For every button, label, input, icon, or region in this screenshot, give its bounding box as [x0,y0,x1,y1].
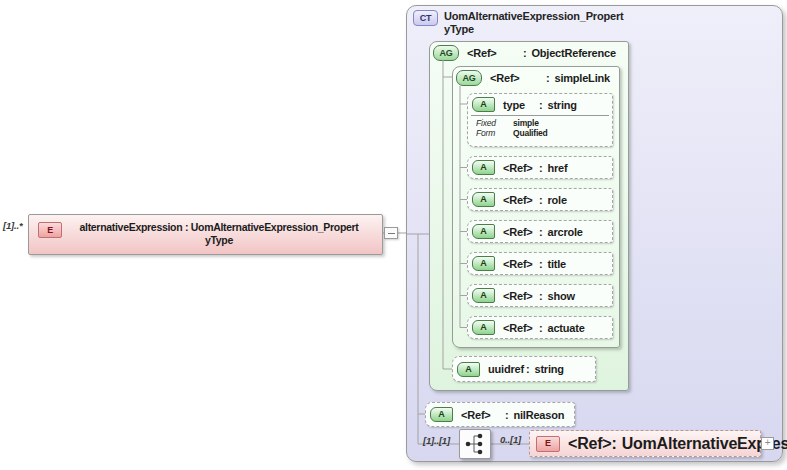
colon: : [611,435,616,453]
attribute-type-name: href [547,162,567,174]
colon: : [526,363,529,375]
attribute-badge: A [472,192,495,207]
colon: : [546,72,549,84]
schema-diagram: [1]..* E alternativeExpression : UomAlte… [0,0,787,470]
facet-label: Fixed [476,118,513,128]
group-type: simpleLink [554,72,609,84]
attribute-badge: A [472,288,495,303]
colon: : [539,226,542,238]
attribute-group-simplelink[interactable]: AG <Ref> : simpleLink A type : string Fi… [452,66,620,348]
colon: : [523,47,526,59]
attribute-type[interactable]: A type : string Fixed simple Form Qualif… [467,93,613,147]
group-type: ObjectReference [531,47,615,59]
attribute-nilreason[interactable]: A <Ref> : nilReason [425,402,575,427]
element-badge: E [536,436,560,452]
attribute-uuidref[interactable]: A uuidref : string [452,356,596,382]
attribute-group-badge: AG [433,45,459,61]
attribute-badge: A [430,407,453,422]
attribute-type-name: role [547,194,566,206]
element-name: <Ref> [568,435,611,453]
attribute-badge: A [472,97,495,112]
attribute-show[interactable]: A <Ref> : show [467,284,613,307]
element-label: alternativeExpression : UomAlternativeEx… [62,221,376,247]
attribute-name: <Ref> [503,194,539,206]
facet-value: simple [513,118,539,128]
element-alternativeExpression[interactable]: E alternativeExpression : UomAlternative… [28,214,383,255]
colon: : [539,194,542,206]
attribute-role[interactable]: A <Ref> : role [467,188,613,211]
element-ref-uomalternativeexpression[interactable]: E <Ref> : UomAlternativeExpression [529,430,761,457]
complex-type-badge: CT [413,10,438,26]
attribute-title[interactable]: A <Ref> : title [467,252,613,275]
colon: : [539,290,542,302]
facet-value: Qualified [513,128,548,138]
attribute-type-name: actuate [547,322,584,334]
complex-type-header: CT UomAlternativeExpression_Propert yTyp… [413,10,623,36]
attribute-facets: Fixed simple Form Qualified [471,115,609,138]
attribute-actuate[interactable]: A <Ref> : actuate [467,316,613,339]
colon: : [539,322,542,334]
attribute-name: <Ref> [503,162,539,174]
attribute-name: uuidref [488,363,526,375]
attribute-type-name: string [534,363,563,375]
attribute-group-objectreference[interactable]: AG <Ref> : ObjectReference AG <Ref> : si… [429,41,629,391]
attribute-group-badge: AG [456,70,482,86]
colon: : [539,99,542,111]
facet-label: Form [476,128,513,138]
sequence-icon[interactable] [459,429,491,459]
expand-icon[interactable]: + [761,437,774,450]
source-element-multiplicity: [1]..* [3,220,22,231]
attribute-type-name: nilReason [513,409,564,421]
complex-type-title: UomAlternativeExpression_Propert yType [444,10,623,36]
complex-type-box[interactable]: CT UomAlternativeExpression_Propert yTyp… [406,5,783,462]
attribute-type-name: show [547,290,574,302]
attribute-badge: A [472,224,495,239]
colon: : [539,162,542,174]
group-name: <Ref> [467,47,523,59]
attribute-name: <Ref> [503,226,539,238]
ref-element-multiplicity: 0..[1] [500,434,521,445]
attribute-name: type [503,99,539,111]
attribute-type-name: title [547,258,566,270]
sequence-multiplicity: [1]..[1] [423,435,450,446]
group-name: <Ref> [490,72,546,84]
attribute-arcrole[interactable]: A <Ref> : arcrole [467,220,613,243]
attribute-badge: A [457,362,480,377]
colon: : [505,409,508,421]
colon: : [539,258,542,270]
attribute-name: <Ref> [503,258,539,270]
collapse-icon[interactable] [384,227,398,239]
element-badge: E [38,222,62,238]
attribute-badge: A [472,160,495,175]
attribute-badge: A [472,256,495,271]
attribute-name: <Ref> [503,322,539,334]
attribute-type-name: string [547,99,576,111]
attribute-name: <Ref> [461,409,505,421]
attribute-name: <Ref> [503,290,539,302]
attribute-href[interactable]: A <Ref> : href [467,156,613,179]
attribute-badge: A [472,320,495,335]
attribute-type-name: arcrole [547,226,582,238]
